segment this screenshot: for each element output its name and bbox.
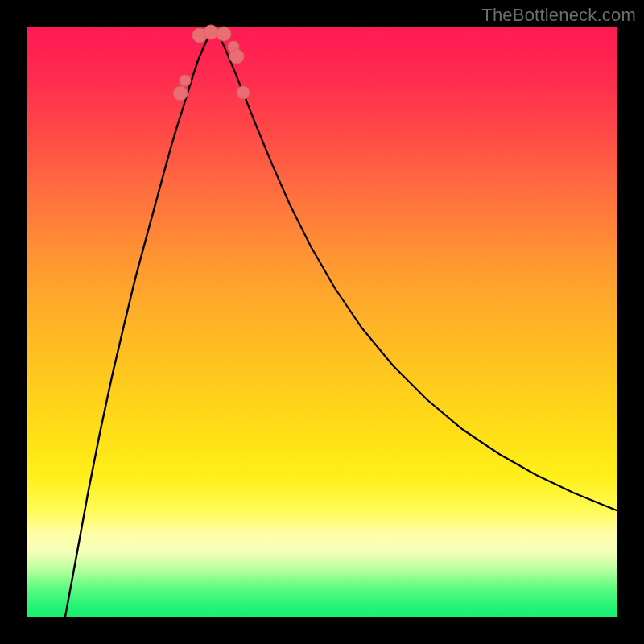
right-curve — [215, 29, 617, 510]
chart-frame: TheBottleneck.com — [0, 0, 644, 644]
data-marker — [229, 49, 244, 64]
data-marker — [237, 86, 250, 99]
curves-svg — [27, 27, 617, 617]
watermark-text: TheBottleneck.com — [481, 5, 636, 26]
plot-area — [27, 27, 617, 617]
left-curve — [65, 29, 213, 617]
data-marker — [204, 25, 218, 39]
data-marker — [173, 86, 188, 101]
data-marker — [180, 75, 191, 86]
data-marker — [217, 27, 231, 41]
data-markers — [173, 25, 250, 101]
